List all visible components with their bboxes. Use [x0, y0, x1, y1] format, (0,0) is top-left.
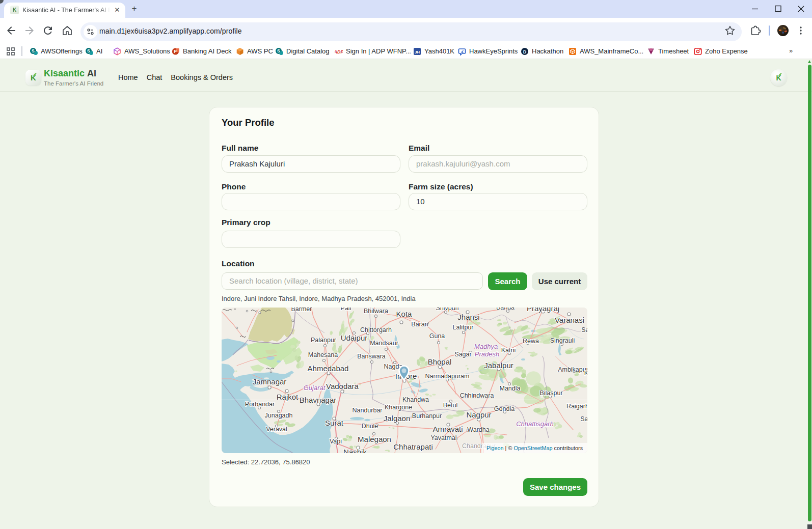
svg-text:Nandurbar: Nandurbar [352, 407, 382, 414]
svg-text:Sagar: Sagar [454, 351, 471, 358]
svg-text:Khandwa: Khandwa [402, 396, 429, 403]
svg-text:Prayagraj: Prayagraj [527, 308, 559, 313]
svg-text:Gujarat: Gujarat [304, 384, 326, 392]
svg-text:Ambikapur: Ambikapur [558, 366, 587, 373]
svg-text:S: S [87, 48, 90, 53]
svg-text:Lalitpur: Lalitpur [453, 324, 474, 331]
svg-text:Narmadapuram: Narmadapuram [425, 373, 470, 380]
svg-text:Yavatmal: Yavatmal [430, 434, 456, 441]
svg-text:Veraval: Veraval [266, 426, 287, 433]
svg-text:Guna: Guna [429, 332, 445, 340]
svg-text:Khargone: Khargone [385, 404, 412, 411]
svg-text:Malegaon: Malegaon [358, 435, 391, 443]
svg-text:Banda: Banda [496, 308, 515, 311]
svg-text:Bilaspur: Bilaspur [539, 389, 562, 397]
svg-text:Chhattisgarh: Chhattisgarh [516, 420, 554, 428]
svg-text:P: P [174, 49, 177, 54]
svg-text:Chhindwara: Chhindwara [460, 392, 494, 399]
svg-text:Rewa: Rewa [523, 338, 539, 345]
svg-text:Palanpur: Palanpur [311, 337, 336, 344]
svg-text:ADP: ADP [335, 49, 343, 54]
svg-text:Surat: Surat [325, 419, 344, 427]
svg-text:Bhopal: Bhopal [428, 357, 452, 366]
svg-text:Jalgaon: Jalgaon [384, 414, 411, 423]
svg-text:Nagpur: Nagpur [466, 410, 491, 419]
svg-text:Vadodara: Vadodara [326, 382, 359, 391]
svg-text:Bhavnagar: Bhavnagar [300, 396, 337, 404]
svg-text:Chittorgarh: Chittorgarh [360, 326, 392, 333]
svg-text:Katni: Katni [501, 347, 516, 354]
svg-text:Mandla: Mandla [500, 385, 521, 392]
svg-text:Udaipur: Udaipur [341, 333, 368, 342]
svg-text:Gondia: Gondia [494, 405, 515, 412]
svg-text:Mandsaur: Mandsaur [370, 340, 398, 347]
svg-text:Betul: Betul [443, 402, 458, 409]
svg-text:Singrauli: Singrauli [550, 337, 575, 344]
svg-text:Vapi: Vapi [330, 438, 342, 445]
svg-text:Shivpuri: Shivpuri [436, 308, 458, 312]
svg-text:Pigeon | © OpenStreetMap contr: Pigeon | © OpenStreetMap contributors [486, 445, 583, 451]
svg-text:Pradesh: Pradesh [475, 350, 499, 358]
svg-text:Wardha: Wardha [467, 426, 489, 433]
svg-text:Junagadh: Junagadh [265, 412, 293, 419]
svg-text:Barmer: Barmer [291, 308, 312, 313]
svg-text:S: S [277, 48, 280, 53]
svg-text:Nashik: Nashik [343, 448, 367, 453]
svg-text:Ahmedabad: Ahmedabad [308, 364, 349, 373]
svg-text:Jhansi: Jhansi [457, 313, 479, 321]
svg-text:Bhilwara: Bhilwara [364, 308, 388, 315]
svg-text:Kota: Kota [396, 310, 413, 318]
svg-text:Madhya: Madhya [474, 343, 498, 350]
svg-text:Rajkot: Rajkot [277, 393, 299, 401]
svg-text:Varanasi: Varanasi [555, 316, 584, 324]
svg-text:Raigarh: Raigarh [566, 403, 587, 410]
svg-text:S: S [32, 48, 35, 53]
svg-text:Amravati: Amravati [432, 425, 463, 433]
svg-text:JH: JH [415, 49, 420, 54]
svg-text:Burhanpur: Burhanpur [412, 412, 442, 420]
svg-text:Porbandar: Porbandar [245, 401, 275, 408]
svg-text:Dhule: Dhule [362, 423, 378, 430]
svg-text:Jamnagar: Jamnagar [253, 377, 287, 386]
svg-text:Sa: Sa [581, 326, 587, 333]
svg-text:Jabalpur: Jabalpur [484, 361, 513, 370]
svg-text:Pali: Pali [341, 308, 351, 312]
svg-text:Sar: Sar [580, 415, 587, 423]
svg-text:K: K [584, 370, 587, 377]
svg-text:D: D [523, 49, 527, 54]
svg-text:Chhatrapati: Chhatrapati [393, 442, 433, 451]
svg-text:Banswara: Banswara [357, 353, 386, 360]
svg-text:Mahesana: Mahesana [308, 351, 338, 358]
svg-text:Baran: Baran [411, 321, 428, 328]
